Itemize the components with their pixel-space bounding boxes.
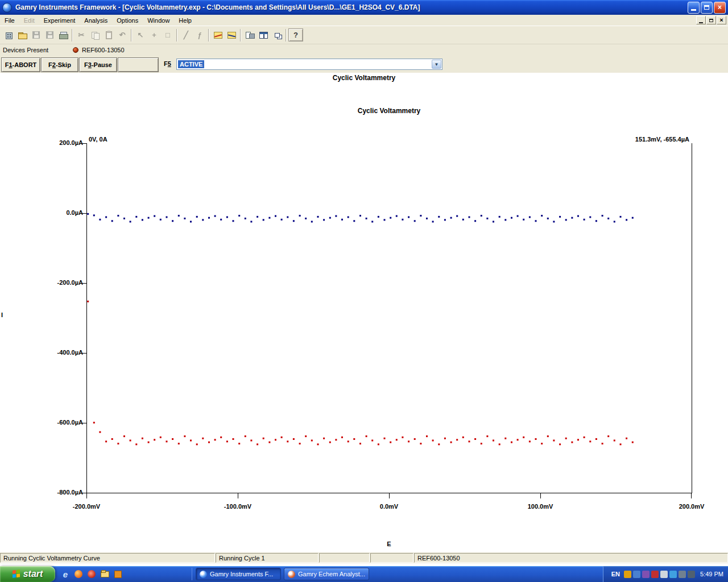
graphics-utility-icon[interactable]	[642, 571, 650, 578]
f5-combobox[interactable]: ACTIVE ▼	[176, 59, 442, 70]
restore-button[interactable]	[701, 2, 713, 14]
mdi-close-button[interactable]: ×	[717, 16, 726, 24]
line-tool-icon: ╱	[181, 31, 191, 40]
f3-pause-button[interactable]: F3-Pause	[79, 57, 117, 72]
f1-abort-button[interactable]: F1-ABORT	[1, 57, 40, 72]
close-icon: ×	[718, 3, 722, 11]
task-button-gamry-framework[interactable]: Gamry Instruments F...	[196, 568, 281, 580]
messenger-icon[interactable]	[633, 571, 640, 578]
curve-chart-icon	[228, 32, 236, 39]
open-icon	[18, 31, 27, 40]
analyst-chart-button[interactable]	[211, 28, 225, 41]
app-shortcut-icon[interactable]	[112, 568, 123, 580]
function-icon: ƒ	[195, 31, 204, 40]
line-tool-button[interactable]: ╱	[179, 28, 193, 41]
restore-icon	[704, 5, 709, 10]
cut-button[interactable]: ✂	[75, 28, 88, 41]
menu-help[interactable]: Help	[174, 15, 196, 26]
browser-icon[interactable]	[86, 568, 97, 580]
x-tick-label: 100.0mV	[518, 503, 563, 510]
paste-icon	[106, 31, 112, 39]
f4-blank-button[interactable]	[118, 57, 159, 72]
print-button[interactable]	[56, 28, 70, 41]
device-status-icon	[73, 47, 78, 53]
toolbar-separator	[208, 29, 209, 41]
select-region-button[interactable]: +	[147, 28, 161, 41]
mdi-restore-icon	[709, 19, 713, 22]
menu-file[interactable]: File	[0, 15, 19, 26]
split-window-button[interactable]	[257, 28, 270, 41]
taskbar-separator	[192, 568, 192, 580]
print-preview-icon	[245, 31, 254, 40]
toolbar-separator	[176, 29, 177, 41]
update-icon[interactable]	[669, 571, 677, 578]
security-center-icon[interactable]	[624, 571, 631, 578]
copy-button[interactable]	[88, 28, 102, 41]
firefox-icon[interactable]	[73, 568, 84, 580]
task-button-gamry-echem-analyst[interactable]: Gamry Echem Analyst...	[284, 568, 369, 580]
select-pointer-icon: ↖	[136, 31, 145, 40]
antivirus-icon[interactable]	[651, 571, 659, 578]
menu-window[interactable]: Window	[143, 15, 174, 26]
mdi-minimize-button[interactable]	[696, 16, 706, 24]
deselect-button[interactable]: □	[161, 28, 175, 41]
help-icon: ?	[291, 31, 300, 40]
x-tick	[691, 493, 692, 498]
save-icon	[32, 31, 40, 39]
save-as-icon	[46, 31, 53, 39]
minimize-icon	[691, 9, 696, 11]
menu-bar: File Edit Experiment Analysis Options Wi…	[0, 15, 728, 26]
y-tick-label: -200.0µA	[23, 279, 83, 286]
f2-skip-button[interactable]: F2-Skip	[41, 57, 78, 72]
y-tick-label: -400.0µA	[23, 349, 83, 356]
network-icon[interactable]	[660, 571, 668, 578]
devices-bar: Devices Present REF600-13050	[0, 44, 728, 57]
status-device: REF600-13050	[414, 553, 728, 563]
window-title: Gamry Instruments Framework - [Cyclic Vo…	[12, 3, 688, 11]
instrument-button[interactable]	[2, 28, 15, 41]
cascade-windows-button[interactable]	[270, 28, 284, 41]
function-button[interactable]: ƒ	[193, 28, 206, 41]
select-pointer-button[interactable]: ↖	[134, 28, 147, 41]
print-preview-button[interactable]	[243, 28, 257, 41]
device-name: REF600-13050	[82, 47, 125, 53]
mdi-restore-button[interactable]	[706, 16, 716, 24]
x-tick	[86, 493, 87, 498]
status-cycle: Running Cycle 1	[216, 553, 318, 563]
open-button[interactable]	[15, 28, 29, 41]
save-button[interactable]	[29, 28, 43, 41]
copy-icon	[90, 31, 100, 40]
save-as-button[interactable]	[43, 28, 56, 41]
menu-options[interactable]: Options	[112, 15, 143, 26]
close-button[interactable]: ×	[714, 2, 726, 14]
select-region-icon: +	[150, 31, 159, 40]
menu-analysis[interactable]: Analysis	[80, 15, 112, 26]
plot-area	[86, 143, 692, 493]
y-tick-label: 0.0µA	[23, 209, 83, 216]
help-button[interactable]: ?	[288, 28, 303, 41]
mdi-minimize-icon	[699, 22, 703, 23]
f5-label: F5	[164, 60, 171, 67]
undo-button[interactable]: ↶	[115, 28, 129, 41]
windows-flag-icon	[13, 569, 20, 578]
combobox-dropdown-button[interactable]: ▼	[432, 60, 441, 69]
y-tick-label: -600.0µA	[23, 419, 83, 426]
paste-button[interactable]	[102, 28, 115, 41]
instrument-icon	[4, 31, 13, 40]
usb-device-icon[interactable]	[688, 571, 695, 578]
toolbar-separator	[286, 29, 287, 41]
curve-chart-button[interactable]	[225, 28, 238, 41]
folder-shortcut-icon[interactable]	[99, 568, 110, 580]
taskbar: start e Gamry Instruments F... Gamry Ech…	[0, 566, 728, 582]
start-button[interactable]: start	[0, 566, 55, 582]
toolbar-separator	[72, 29, 73, 41]
system-tray: EN 5:49 PM	[603, 566, 728, 582]
menu-experiment[interactable]: Experiment	[39, 15, 80, 26]
x-tick	[238, 493, 238, 498]
menu-edit[interactable]: Edit	[19, 15, 39, 26]
minimize-button[interactable]	[688, 2, 700, 14]
volume-icon[interactable]	[679, 571, 686, 578]
language-indicator[interactable]: EN	[609, 571, 622, 577]
title-bar: Gamry Instruments Framework - [Cyclic Vo…	[0, 0, 728, 15]
internet-explorer-icon[interactable]: e	[60, 568, 71, 580]
